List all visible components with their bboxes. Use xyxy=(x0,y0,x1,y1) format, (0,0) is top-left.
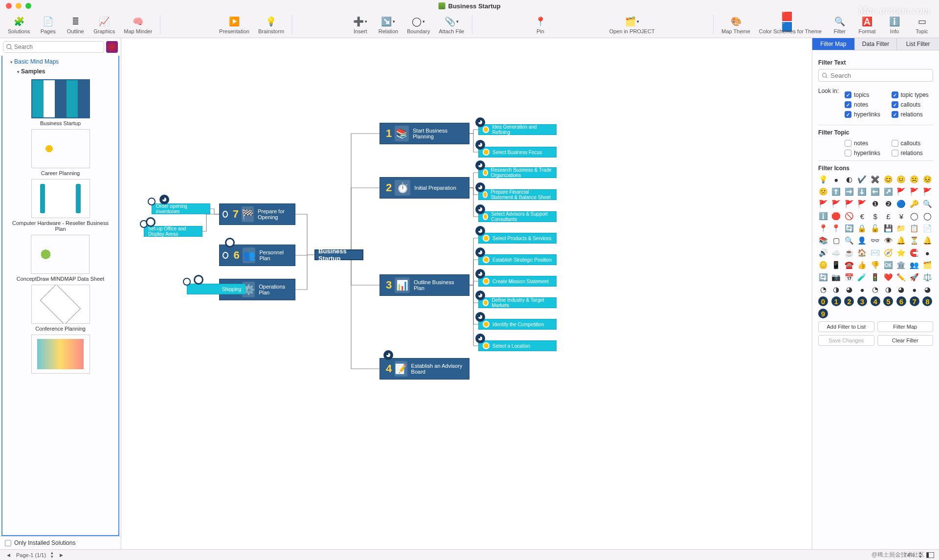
filter-icon-item[interactable]: 🔓 xyxy=(871,224,880,233)
filter-icon-item[interactable]: 🛑 xyxy=(831,211,841,221)
filter-icon-item[interactable]: 📅 xyxy=(844,272,854,282)
node-child-2-0[interactable]: Research Business & Trade Organizations xyxy=(478,167,557,178)
node-right-4[interactable]: 4📝Establish an Advisory Board xyxy=(380,358,470,380)
node-child-2-1[interactable]: Prepare Financial Statement & Balance Sh… xyxy=(478,189,557,200)
filter-icon-item[interactable]: 😊 xyxy=(883,175,893,184)
minimize-window-button[interactable] xyxy=(16,3,22,9)
filter-icon-item[interactable]: 🚩 xyxy=(910,187,919,197)
filter-tab-0[interactable]: Filter Map xyxy=(812,38,855,50)
toolbar-maptheme[interactable]: 🎨Map Theme xyxy=(718,15,753,35)
filter-icon-item[interactable]: 🔍 xyxy=(922,199,932,209)
filter-number-9[interactable]: 9 xyxy=(818,309,828,318)
node-child-3-3[interactable]: Define Industry & Target Markets xyxy=(478,297,557,308)
filter-icon-item[interactable]: ◯ xyxy=(910,211,919,221)
filter-icon-item[interactable]: 🔍 xyxy=(844,236,854,246)
filter-icon-item[interactable]: ⬆️ xyxy=(831,187,841,197)
filter-icon-item[interactable]: ◕ xyxy=(922,285,932,294)
view-mode-icon[interactable] xyxy=(926,552,934,558)
filter-number-5[interactable]: 5 xyxy=(883,296,893,306)
filter-icon-item[interactable]: ❷ xyxy=(883,199,893,209)
thumb-cp[interactable]: Career Planning xyxy=(31,129,90,176)
filter-icon-item[interactable]: 👥 xyxy=(910,260,919,270)
filter-icon-item[interactable]: 📱 xyxy=(831,260,841,270)
filter-number-3[interactable]: 3 xyxy=(857,296,867,306)
filter-icon-item[interactable]: 😣 xyxy=(922,175,932,184)
filter-icon-item[interactable]: 🚩 xyxy=(896,187,906,197)
lookin-grid-3[interactable]: callouts xyxy=(892,101,934,108)
lookin-grid-4[interactable]: hyperlinks xyxy=(845,111,887,118)
filter-icon-item[interactable]: ⬅️ xyxy=(871,187,880,197)
filter-icon-item[interactable]: ✉️ xyxy=(871,248,880,258)
filter-icon-item[interactable]: ☹️ xyxy=(910,175,919,184)
filter-icon-item[interactable]: € xyxy=(857,211,867,221)
node-left-7[interactable]: 7🏁Prepare for Opening xyxy=(219,203,295,225)
node-child-3-0[interactable]: Select Products & Services xyxy=(478,233,557,244)
filter-icon-item[interactable]: 🚦 xyxy=(871,272,880,282)
filter-map-button[interactable]: Filter Map xyxy=(877,321,934,332)
node-child-3-2[interactable]: Create Mission Statement xyxy=(478,276,557,287)
toolbar-boundary[interactable]: ◯▾Boundary xyxy=(404,15,433,35)
toolbar-outline[interactable]: ≣Outline xyxy=(63,15,88,35)
lookin-grid-1[interactable]: topic types xyxy=(892,91,934,98)
filter-icon-item[interactable]: 🧭 xyxy=(883,248,893,258)
node-child-1-1[interactable]: Select Business Focus xyxy=(478,147,557,157)
topic-grid-0[interactable]: notes xyxy=(845,140,887,147)
toolbar-format[interactable]: 🅰️Format xyxy=(855,15,879,35)
filter-icon-item[interactable]: ◕ xyxy=(844,285,854,294)
zoom-stepper[interactable]: ▲▼ xyxy=(918,551,922,559)
node-child-3-4[interactable]: Identify the Competition xyxy=(478,319,557,330)
add-filter-to-list-button[interactable]: Add Filter to List xyxy=(818,321,874,332)
tree-node-samples[interactable]: Samples xyxy=(5,67,115,76)
toolbar-filter[interactable]: 🔍Filter xyxy=(827,15,852,35)
filter-icon-item[interactable]: 👎 xyxy=(871,260,880,270)
filter-icon-item[interactable]: $ xyxy=(871,211,880,221)
filter-icon-item[interactable]: ↗️ xyxy=(883,187,893,197)
filter-number-7[interactable]: 7 xyxy=(910,296,919,306)
toolbar-graphics[interactable]: 📈Graphics xyxy=(90,15,118,35)
filter-number-4[interactable]: 4 xyxy=(871,296,880,306)
clear-filter-button[interactable]: Clear Filter xyxy=(877,335,934,346)
thumb-hw[interactable]: Computer Hardware - Reseller Business Pl… xyxy=(12,179,110,232)
filter-icon-item[interactable]: 🚩 xyxy=(818,199,828,209)
filter-number-8[interactable]: 8 xyxy=(922,296,932,306)
filter-icon-item[interactable]: 🗂️ xyxy=(922,260,932,270)
toolbar-insert[interactable]: ➕▾Insert xyxy=(348,15,373,35)
thumb-conf[interactable]: Conference Planning xyxy=(31,285,90,332)
filter-icon-item[interactable]: 🚩 xyxy=(922,187,932,197)
node-child-2-2[interactable]: Select Advisors & Support Consultants xyxy=(478,211,557,222)
filter-icon-item[interactable]: ● xyxy=(922,248,932,258)
filter-tab-2[interactable]: List Filter xyxy=(897,38,939,50)
save-changes-button[interactable]: Save Changes xyxy=(818,335,874,346)
close-window-button[interactable] xyxy=(6,3,12,9)
toolbar-info[interactable]: ℹ️Info xyxy=(882,15,907,35)
page-stepper[interactable]: ▲▼ xyxy=(50,551,54,559)
filter-icon-item[interactable]: ¥ xyxy=(896,211,906,221)
prev-page-button[interactable]: ◀ xyxy=(5,553,12,558)
only-installed-checkbox[interactable] xyxy=(5,540,11,546)
thumb-bs[interactable]: Business Startup xyxy=(31,79,90,126)
filter-icon-item[interactable]: 🔄 xyxy=(818,272,828,282)
filter-icon-item[interactable]: ⬇️ xyxy=(857,187,867,197)
topic-grid-2[interactable]: hyperlinks xyxy=(845,150,887,157)
user-avatar[interactable] xyxy=(106,41,118,53)
filter-icon-item[interactable]: 🧪 xyxy=(857,272,867,282)
filter-icon-item[interactable]: 👍 xyxy=(857,260,867,270)
filter-icon-item[interactable]: 🚀 xyxy=(910,272,919,282)
filter-icon-item[interactable]: 🚫 xyxy=(844,211,854,221)
filter-icon-item[interactable]: 🔄 xyxy=(844,224,854,233)
node-lchild-7-0[interactable]: Order opening inventories xyxy=(152,203,210,214)
topic-grid-1[interactable]: callouts xyxy=(892,140,934,147)
filter-icon-item[interactable]: 🏠 xyxy=(857,248,867,258)
filter-icon-item[interactable]: ◐ xyxy=(844,175,854,184)
filter-icon-item[interactable]: ● xyxy=(831,175,841,184)
tree-node-basic[interactable]: Basic Mind Maps xyxy=(5,57,115,67)
toolbar-presentation[interactable]: ▶️Presentation xyxy=(216,15,252,35)
lookin-grid-0[interactable]: topics xyxy=(845,91,887,98)
filter-icon-item[interactable]: ➡️ xyxy=(844,187,854,197)
filter-icon-item[interactable]: ⚖️ xyxy=(922,272,932,282)
toolbar-solutions[interactable]: 🧩Solutions xyxy=(5,15,33,35)
filter-icon-item[interactable]: ◯ xyxy=(922,211,932,221)
filter-number-6[interactable]: 6 xyxy=(896,296,906,306)
filter-number-0[interactable]: 0 xyxy=(818,296,828,306)
filter-icon-item[interactable]: ◑ xyxy=(883,285,893,294)
